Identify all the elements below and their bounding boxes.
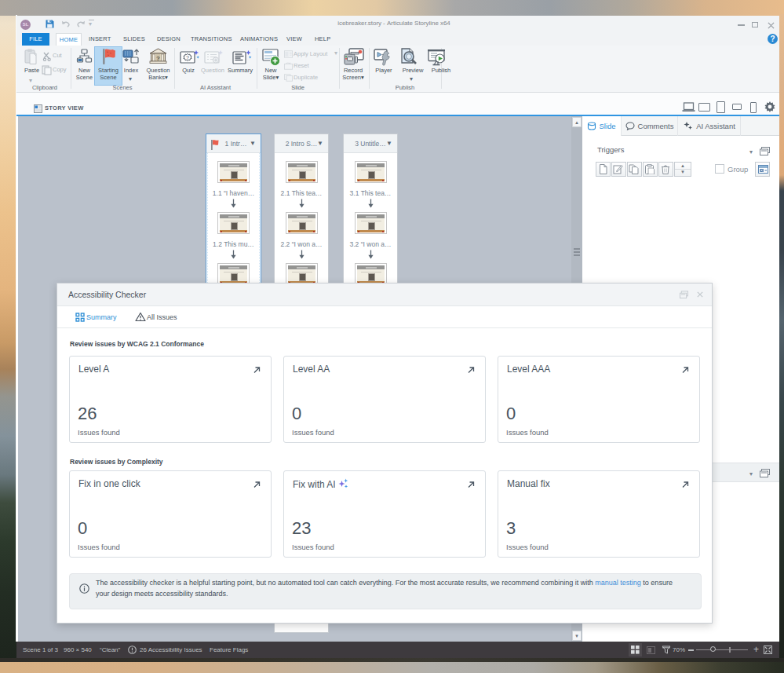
svg-text:?: ? [156,55,160,62]
svg-text:?: ? [186,55,189,60]
